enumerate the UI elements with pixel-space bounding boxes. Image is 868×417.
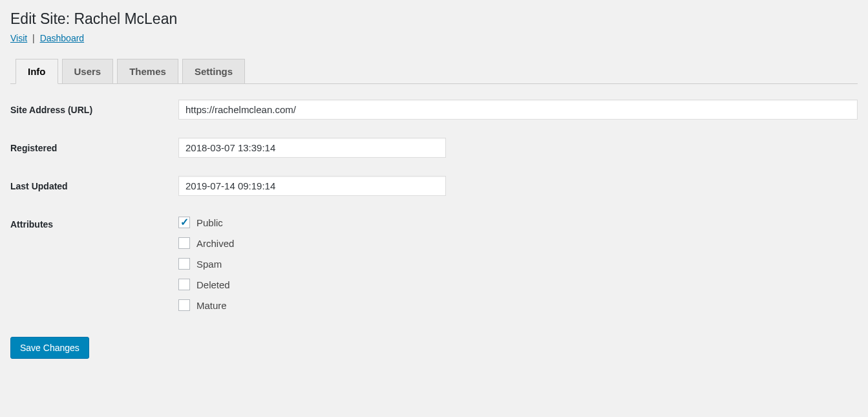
attribute-public-label: Public bbox=[196, 217, 223, 228]
attribute-archived-label: Archived bbox=[196, 238, 234, 249]
separator: | bbox=[32, 33, 35, 43]
page-title: Edit Site: Rachel McLean bbox=[10, 10, 858, 28]
tab-users[interactable]: Users bbox=[62, 59, 114, 84]
last-updated-label: Last Updated bbox=[10, 176, 178, 191]
tab-info[interactable]: Info bbox=[16, 59, 58, 84]
tabs-container: Info Users Themes Settings bbox=[10, 59, 858, 84]
attribute-archived-row[interactable]: Archived bbox=[178, 237, 858, 249]
attribute-deleted-label: Deleted bbox=[196, 279, 230, 290]
attribute-mature-checkbox[interactable] bbox=[178, 299, 190, 311]
attribute-public-checkbox[interactable] bbox=[178, 217, 190, 228]
registered-input[interactable] bbox=[178, 138, 446, 158]
attribute-deleted-checkbox[interactable] bbox=[178, 279, 190, 290]
form-table: Site Address (URL) Registered Last Updat… bbox=[10, 100, 858, 359]
attribute-spam-label: Spam bbox=[196, 259, 222, 270]
site-address-input[interactable] bbox=[178, 100, 858, 120]
visit-link[interactable]: Visit bbox=[10, 33, 27, 43]
save-changes-button[interactable]: Save Changes bbox=[10, 337, 89, 359]
attributes-label: Attributes bbox=[10, 214, 178, 230]
attribute-mature-row[interactable]: Mature bbox=[178, 299, 858, 311]
dashboard-link[interactable]: Dashboard bbox=[40, 33, 85, 43]
attribute-archived-checkbox[interactable] bbox=[178, 237, 190, 249]
attribute-mature-label: Mature bbox=[196, 300, 227, 311]
tab-settings[interactable]: Settings bbox=[182, 59, 245, 84]
attribute-public-row[interactable]: Public bbox=[178, 217, 858, 228]
tab-themes[interactable]: Themes bbox=[117, 59, 178, 84]
registered-label: Registered bbox=[10, 138, 178, 153]
attribute-deleted-row[interactable]: Deleted bbox=[178, 279, 858, 290]
nav-links: Visit | Dashboard bbox=[10, 33, 858, 43]
last-updated-input[interactable] bbox=[178, 176, 446, 196]
site-address-label: Site Address (URL) bbox=[10, 100, 178, 115]
attribute-spam-row[interactable]: Spam bbox=[178, 258, 858, 270]
attribute-spam-checkbox[interactable] bbox=[178, 258, 190, 270]
attributes-checkbox-list: Public Archived Spam Deleted Mature bbox=[178, 214, 858, 311]
